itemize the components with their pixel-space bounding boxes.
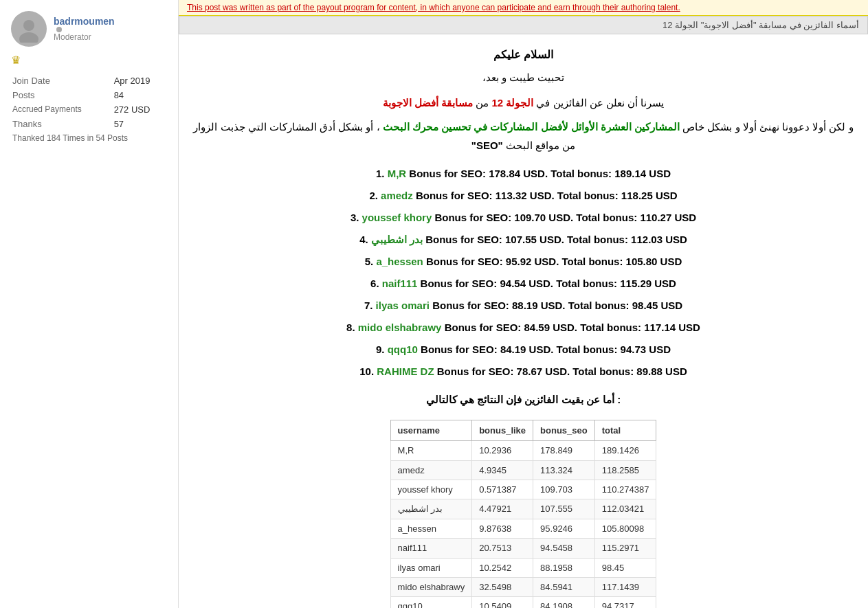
table-cell: 94.5458 [533, 539, 595, 558]
table-cell: mido elshabrawy [390, 577, 472, 596]
post-description: و لكن أولا دعوونا نهنئ أولا و بشكل خاص ا… [192, 117, 854, 155]
notice-link[interactable]: This post was written as part of the pay… [187, 3, 680, 12]
table-row: mido elshabrawy32.549884.5941117.1439 [390, 577, 656, 596]
crown-icon: ♛ [11, 54, 21, 67]
table-row: ilyas omari10.254288.195898.45 [390, 558, 656, 577]
table-cell: 112.03421 [594, 499, 656, 519]
table-cell: 109.703 [533, 480, 595, 499]
svg-point-1 [19, 32, 38, 43]
top-participants-highlight: المشاركين العشرة الأوائل لأفضل المشاركات… [383, 121, 680, 133]
post-greeting: السلام عليكم [192, 45, 854, 65]
avatar [11, 11, 47, 47]
table-cell: a_hessen [390, 519, 472, 538]
posts-row: Posts 84 [11, 88, 167, 102]
table-cell: 189.1426 [594, 441, 656, 460]
thanked-row: Thanked 184 Times in 54 Posts [11, 131, 167, 145]
data-table-wrapper: username bonus_like bonus_seo total M,R1… [390, 420, 657, 608]
accrued-label: Accrued Payments [11, 102, 110, 117]
table-row: M,R10.2936178.849189.1426 [390, 441, 656, 460]
table-cell: 88.1958 [533, 558, 595, 577]
winners-list: 1. M,R Bonus for SEO: 178.84 USD. Total … [192, 164, 854, 381]
thanks-value: 57 [110, 117, 167, 131]
list-item: 5. a_hessen Bonus for SEO: 95.92 USD. To… [192, 252, 854, 271]
table-cell: 95.9246 [533, 519, 595, 538]
list-item: 8. mido elshabrawy Bonus for SEO: 84.59 … [192, 318, 854, 337]
user-role: Moderator [54, 32, 115, 42]
table-cell: ilyas omari [390, 558, 472, 577]
profile-section: badrmoumen Moderator ♛ Join Date Apr 201… [11, 11, 167, 145]
data-table: username bonus_like bonus_seo total M,R1… [390, 420, 657, 608]
table-cell: 178.849 [533, 441, 595, 460]
post-content: السلام عليكم تحبيت طيبت و بعد، يسرنا أن … [179, 34, 868, 608]
table-cell: amedz [390, 460, 472, 480]
list-item: 1. M,R Bonus for SEO: 178.84 USD. Total … [192, 164, 854, 183]
table-cell: M,R [390, 441, 472, 460]
thanks-row: Thanks 57 [11, 117, 167, 131]
table-cell: 84.5941 [533, 577, 595, 596]
table-cell: 107.555 [533, 499, 595, 519]
table-cell: 118.2585 [594, 460, 656, 480]
table-row: بدر اشطيبي4.47921107.555112.03421 [390, 499, 656, 519]
table-cell: 4.47921 [472, 499, 533, 519]
table-cell: 94.7317 [594, 597, 656, 608]
table-cell: qqq10 [390, 597, 472, 608]
table-cell: 10.5409 [472, 597, 533, 608]
section-header: أسماء الفائزين في مسابقة "أفضل الاجوبة" … [179, 16, 868, 34]
list-item: 4. بدر اشطيبي Bonus for SEO: 107.55 USD.… [192, 230, 854, 249]
list-item: 3. youssef khory Bonus for SEO: 109.70 U… [192, 208, 854, 227]
posts-value: 84 [110, 88, 167, 102]
join-date-label: Join Date [11, 74, 110, 88]
posts-label: Posts [11, 88, 110, 102]
accrued-row: Accrued Payments 272 USD [11, 102, 167, 117]
col-total: total [594, 420, 656, 440]
svg-point-0 [23, 20, 34, 31]
post-sub-greeting: تحبيت طيبت و بعد، [192, 68, 854, 87]
table-cell: 98.45 [594, 558, 656, 577]
accrued-value: 272 USD [110, 102, 167, 117]
competition-highlight: مسابقة أفضل الاجوبة [383, 97, 473, 109]
list-item: 6. naif111 Bonus for SEO: 94.54 USD. Tot… [192, 274, 854, 293]
thanks-label: Thanks [11, 117, 110, 131]
join-date-value: Apr 2019 [110, 74, 167, 88]
table-row: naif11120.751394.5458115.2971 [390, 539, 656, 558]
list-item: 2. amedz Bonus for SEO: 113.32 USD. Tota… [192, 186, 854, 205]
notice-bar: This post was written as part of the pay… [179, 0, 868, 16]
rest-section-text: : أما عن بقيت الفائزين فإن النتائج هي كا… [192, 390, 854, 409]
table-cell: naif111 [390, 539, 472, 558]
table-cell: 10.2542 [472, 558, 533, 577]
table-cell: 115.2971 [594, 539, 656, 558]
join-date-row: Join Date Apr 2019 [11, 74, 167, 88]
col-username: username [390, 420, 472, 440]
sidebar: badrmoumen Moderator ♛ Join Date Apr 201… [0, 0, 179, 608]
table-cell: youssef khory [390, 480, 472, 499]
table-cell: 84.1908 [533, 597, 595, 608]
table-cell: 32.5498 [472, 577, 533, 596]
table-cell: 105.80098 [594, 519, 656, 538]
stats-table: Join Date Apr 2019 Posts 84 Accrued Paym… [11, 74, 167, 145]
table-cell: بدر اشطيبي [390, 499, 472, 519]
username[interactable]: badrmoumen [54, 16, 115, 27]
main-content: This post was written as part of the pay… [179, 0, 868, 608]
table-cell: 4.9345 [472, 460, 533, 480]
table-cell: 110.274387 [594, 480, 656, 499]
thanked-text: Thanked 184 Times in 54 Posts [11, 131, 167, 145]
table-row: youssef khory0.571387109.703110.274387 [390, 480, 656, 499]
table-row: amedz4.9345113.324118.2585 [390, 460, 656, 480]
round-highlight: الجولة 12 [491, 97, 533, 109]
table-row: a_hessen9.8763895.9246105.80098 [390, 519, 656, 538]
list-item: 10. RAHIME DZ Bonus for SEO: 78.67 USD. … [192, 362, 854, 381]
table-cell: 10.2936 [472, 441, 533, 460]
table-cell: 0.571387 [472, 480, 533, 499]
table-row: qqq1010.540984.190894.7317 [390, 597, 656, 608]
list-item: 7. ilyas omari Bonus for SEO: 88.19 USD.… [192, 296, 854, 315]
table-cell: 20.7513 [472, 539, 533, 558]
table-cell: 117.1439 [594, 577, 656, 596]
list-item: 9. qqq10 Bonus for SEO: 84.19 USD. Total… [192, 340, 854, 359]
table-header-row: username bonus_like bonus_seo total [390, 420, 656, 440]
col-bonus-seo: bonus_seo [533, 420, 595, 440]
section-header-title: أسماء الفائزين في مسابقة "أفضل الاجوبة" … [663, 20, 859, 30]
post-announcement: يسرنا أن نعلن عن الفائزين في الجولة 12 م… [192, 93, 854, 112]
col-bonus-like: bonus_like [472, 420, 533, 440]
table-cell: 113.324 [533, 460, 595, 480]
table-cell: 9.87638 [472, 519, 533, 538]
